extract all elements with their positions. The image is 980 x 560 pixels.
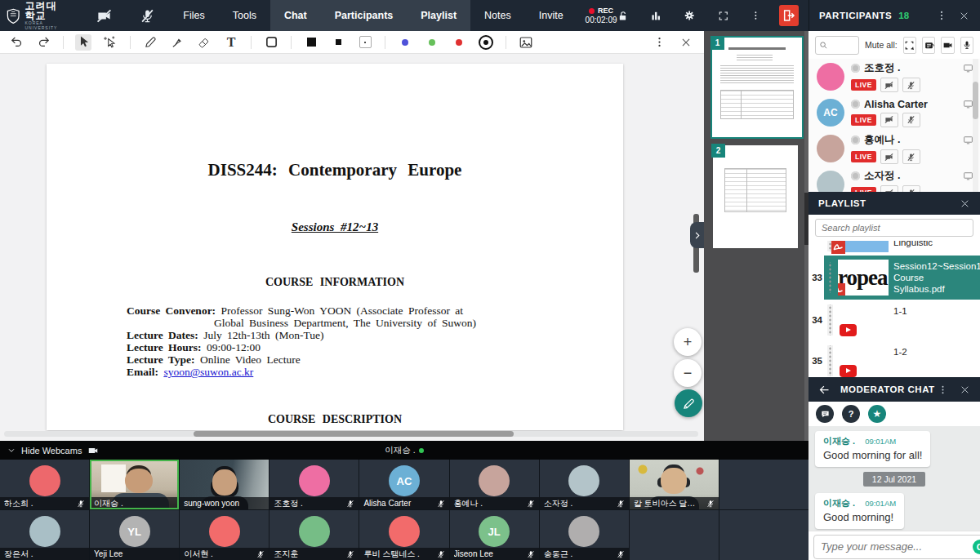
- page-thumbnail-1[interactable]: 1: [710, 36, 804, 139]
- size-small-button[interactable]: [330, 34, 346, 51]
- playlist-search-input[interactable]: [815, 219, 973, 237]
- camera-off-button[interactable]: [880, 78, 898, 92]
- stats-icon[interactable]: [650, 8, 662, 23]
- webcam-tile[interactable]: 이서현 .: [180, 510, 269, 560]
- fullscreen-icon[interactable]: [718, 9, 729, 23]
- fit-view-button[interactable]: [903, 37, 916, 54]
- playlist-item[interactable]: Linguistic: [808, 241, 980, 256]
- camera-off-button[interactable]: [880, 149, 898, 164]
- favorites-button[interactable]: ★: [868, 405, 886, 423]
- avatar: [817, 135, 844, 162]
- participants-scrollbar[interactable]: [973, 59, 978, 192]
- webcam-tile[interactable]: 칼 토비아스 달크비스...: [630, 460, 719, 509]
- size-dot-button[interactable]: [357, 34, 373, 51]
- chat-message-input[interactable]: [814, 540, 973, 553]
- cards-button[interactable]: [922, 37, 935, 54]
- playlist-item[interactable]: 34 1-1: [808, 300, 980, 340]
- question-button[interactable]: ?: [842, 405, 860, 423]
- drag-handle[interactable]: [827, 262, 833, 293]
- pen-nib-tool-button[interactable]: [169, 34, 185, 51]
- horizontal-scrollbar[interactable]: [4, 431, 698, 437]
- pencil-tool-button[interactable]: [142, 34, 158, 51]
- playlist-item[interactable]: 35 1-2: [808, 340, 980, 377]
- drag-handle[interactable]: [827, 304, 833, 336]
- menu-item[interactable]: Invite: [525, 0, 577, 31]
- webcam-tile[interactable]: [719, 510, 808, 560]
- document-viewer[interactable]: DISS244: Contemporary Europe Sessions #1…: [0, 54, 704, 441]
- menu-item[interactable]: Files: [169, 0, 218, 31]
- webcam-tile[interactable]: 루비 스탬네스 .: [359, 510, 448, 560]
- drag-handle[interactable]: [827, 345, 833, 376]
- size-large-button[interactable]: [303, 34, 319, 51]
- more-icon[interactable]: [751, 9, 761, 22]
- participants-search[interactable]: [815, 36, 859, 55]
- leave-button[interactable]: [779, 5, 799, 26]
- menu-item[interactable]: Playlist: [407, 0, 470, 31]
- menu-item[interactable]: Chat: [270, 0, 321, 31]
- chat-close-icon[interactable]: [960, 384, 970, 395]
- playlist-item[interactable]: 33 ropea Session12~Session13 Course Syll…: [808, 256, 980, 300]
- redo-button[interactable]: [35, 34, 51, 51]
- mute-all-audio-button[interactable]: [960, 37, 973, 54]
- webcam-tile[interactable]: JL Jiseon Lee: [450, 510, 539, 560]
- chat-more-icon[interactable]: [938, 384, 948, 395]
- participants-search-input[interactable]: [831, 39, 855, 51]
- webcam-tile[interactable]: 조지훈: [270, 510, 359, 560]
- toolbar-more-icon[interactable]: [651, 34, 667, 51]
- webcam-tile[interactable]: 소자정 .: [540, 460, 629, 509]
- participants-close-icon[interactable]: [959, 11, 969, 21]
- participants-more-icon[interactable]: [936, 10, 947, 21]
- grammarly-icon[interactable]: G: [973, 540, 980, 554]
- webcam-tile[interactable]: YL Yeji Lee: [90, 510, 179, 560]
- mic-off-icon[interactable]: [140, 8, 155, 24]
- mic-off-button[interactable]: [902, 149, 920, 164]
- public-chat-button[interactable]: [816, 405, 834, 423]
- toolbar-close-icon[interactable]: [678, 34, 694, 51]
- mic-off-button[interactable]: [902, 185, 920, 192]
- undo-button[interactable]: [8, 34, 24, 51]
- mic-off-button[interactable]: [902, 113, 920, 127]
- webcam-tile[interactable]: 홍예나 .: [450, 460, 539, 509]
- webcam-tile[interactable]: [630, 510, 719, 560]
- menu-item[interactable]: Participants: [321, 0, 408, 31]
- collapse-thumbnails-tab[interactable]: [690, 222, 704, 248]
- laser-pointer-button[interactable]: [102, 34, 118, 51]
- mic-off-button[interactable]: [902, 78, 920, 92]
- playlist-close-icon[interactable]: [960, 198, 970, 209]
- eraser-tool-button[interactable]: [196, 34, 212, 51]
- webcam-tile[interactable]: 장은서 .: [0, 510, 89, 560]
- color-red-button[interactable]: [451, 34, 467, 51]
- webcam-tile[interactable]: 하소희 .: [0, 460, 89, 509]
- webcam-tile[interactable]: 이재승 .: [90, 460, 179, 509]
- select-tool-button[interactable]: [75, 34, 91, 51]
- webcam-tile[interactable]: 송동근 .: [540, 510, 629, 560]
- image-tool-button[interactable]: [518, 34, 534, 51]
- gear-icon[interactable]: [684, 8, 695, 23]
- page-thumbnail-2[interactable]: 2: [713, 145, 798, 248]
- webcam-tile[interactable]: sung-won yoon: [180, 460, 269, 509]
- zoom-out-button[interactable]: −: [674, 359, 702, 387]
- participant-row[interactable]: 소자정 . LIVE: [808, 167, 980, 192]
- zoom-in-button[interactable]: +: [674, 328, 702, 356]
- color-green-button[interactable]: [424, 34, 440, 51]
- annotate-fab-button[interactable]: [675, 389, 702, 417]
- camera-off-button[interactable]: [880, 113, 898, 127]
- mute-all-video-button[interactable]: [941, 37, 954, 54]
- webcam-tile[interactable]: [719, 460, 808, 509]
- lock-icon[interactable]: [617, 9, 629, 23]
- webcam-tile[interactable]: AC Alisha Carter: [359, 460, 448, 509]
- participant-row[interactable]: 홍예나 . LIVE: [808, 131, 980, 167]
- current-color-button[interactable]: [478, 34, 494, 51]
- menu-item[interactable]: Tools: [219, 0, 270, 31]
- webcam-tile[interactable]: 조호정 .: [270, 460, 359, 509]
- camera-off-button[interactable]: [880, 185, 898, 192]
- participant-row[interactable]: AC Alisha Carter LIVE: [808, 95, 980, 131]
- text-tool-button[interactable]: T: [223, 34, 239, 51]
- color-blue-button[interactable]: [397, 34, 413, 51]
- menu-item[interactable]: Notes: [470, 0, 525, 31]
- horizontal-scrollbar-thumb[interactable]: [194, 431, 514, 437]
- participant-row[interactable]: 조호정 . LIVE: [808, 59, 980, 95]
- back-icon[interactable]: [818, 384, 831, 396]
- camera-off-icon[interactable]: [96, 8, 112, 24]
- rectangle-tool-button[interactable]: [263, 34, 279, 51]
